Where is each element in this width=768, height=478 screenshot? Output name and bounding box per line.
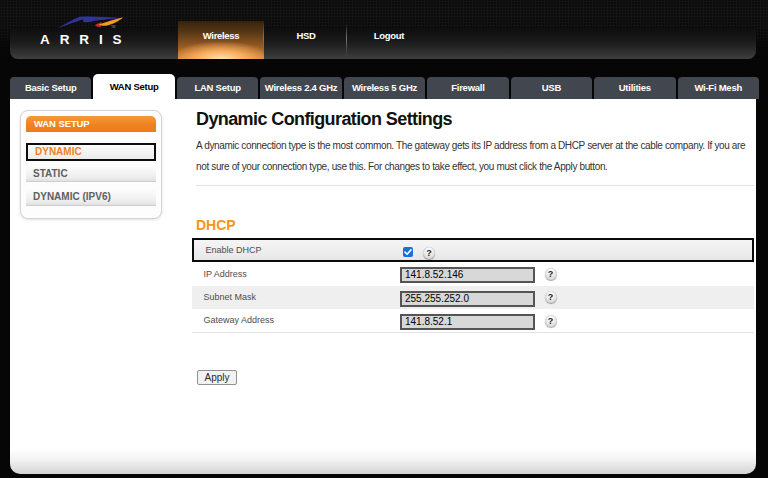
svg-text:TM: TM	[111, 25, 116, 29]
